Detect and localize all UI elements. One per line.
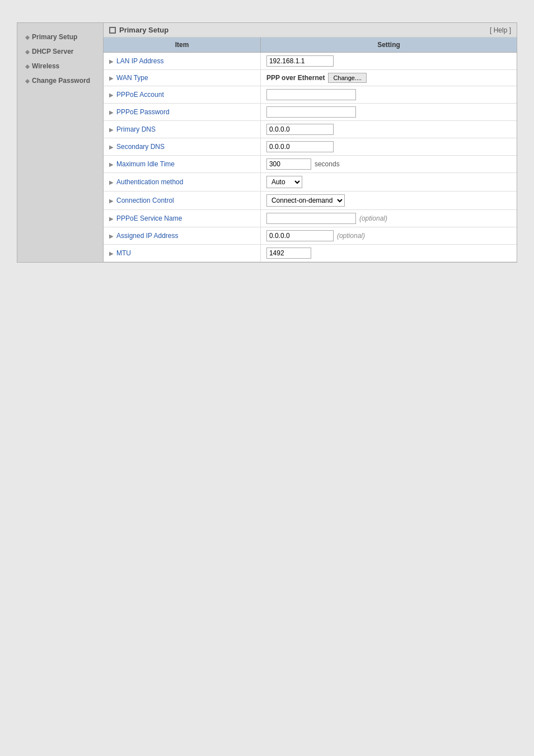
lan-ip-input[interactable] [266,55,334,67]
bullet-icon: ◆ [25,63,30,69]
pppoe-account-label[interactable]: ▶ PPPoE Account [109,91,255,99]
max-idle-time-label[interactable]: ▶ Maximum Idle Time [109,160,255,168]
arrow-icon: ▶ [109,127,114,133]
label-text: Assigned IP Address [116,232,179,240]
mtu-value [266,248,511,259]
arrow-icon: ▶ [109,109,114,115]
table-row: ▶ MTU [104,245,517,262]
row-label-cell: ▶ WAN Type [104,70,260,86]
sidebar-label: Wireless [32,62,59,70]
sidebar-item-primary-setup[interactable]: ◆ Primary Setup [17,30,103,44]
sidebar-item-dhcp-server[interactable]: ◆ DHCP Server [17,44,103,59]
label-text: Primary DNS [116,125,156,133]
primary-dns-input[interactable] [266,124,334,135]
row-label-cell: ▶ Assigned IP Address [104,227,260,245]
lan-ip-label[interactable]: ▶ LAN IP Address [109,57,255,65]
auth-method-value: Auto PAP CHAP [266,176,511,188]
panel-help[interactable]: [ Help ] [490,26,511,34]
arrow-icon: ▶ [109,92,114,98]
arrow-icon: ▶ [109,179,114,185]
table-row: ▶ Secondary DNS [104,138,517,156]
sidebar-label: DHCP Server [32,48,73,55]
label-text: Secondary DNS [116,143,165,151]
pppoe-password-value [266,106,511,118]
auth-method-select[interactable]: Auto PAP CHAP [266,176,302,188]
sidebar: ◆ Primary Setup ◆ DHCP Server ◆ Wireless… [17,22,104,263]
pppoe-account-value [266,89,511,100]
pppoe-password-input[interactable] [266,106,356,118]
pppoe-service-name-label[interactable]: ▶ PPPoE Service Name [109,214,255,222]
settings-table: Item Setting ▶ LAN IP Address [104,38,517,262]
pppoe-account-input[interactable] [266,89,356,100]
mtu-input[interactable] [266,248,311,259]
table-row: ▶ Authentication method Auto PAP CHAP [104,173,517,192]
arrow-icon: ▶ [109,198,114,204]
sidebar-item-change-password[interactable]: ◆ Change Password [17,73,103,88]
auth-method-label[interactable]: ▶ Authentication method [109,178,255,186]
arrow-icon: ▶ [109,161,114,167]
max-idle-time-input[interactable] [266,158,311,170]
pppoe-service-name-input[interactable] [266,213,356,224]
primary-dns-label[interactable]: ▶ Primary DNS [109,125,255,133]
bullet-icon: ◆ [25,49,30,55]
connection-control-label[interactable]: ▶ Connection Control [109,197,255,204]
assigned-ip-label[interactable]: ▶ Assigned IP Address [109,232,255,240]
row-value-cell [260,53,517,70]
label-text: PPPoE Password [116,108,170,116]
row-label-cell: ▶ PPPoE Password [104,104,260,121]
optional-label: (optional) [337,232,365,240]
wan-type-text: PPP over Ethernet [266,74,325,82]
table-row: ▶ PPPoE Password [104,104,517,121]
row-value-cell: Auto PAP CHAP [260,173,517,192]
label-text: Connection Control [116,197,174,204]
sidebar-label: Primary Setup [32,33,77,41]
sidebar-label: Change Password [32,77,90,85]
row-value-cell [260,245,517,262]
arrow-icon: ▶ [109,75,114,81]
row-label-cell: ▶ LAN IP Address [104,53,260,70]
connection-control-select[interactable]: Connect-on-demand Always on Manually [266,194,345,207]
row-label-cell: ▶ Secondary DNS [104,138,260,156]
col-item-header: Item [104,38,260,53]
connection-control-value: Connect-on-demand Always on Manually [266,194,511,207]
assigned-ip-input[interactable] [266,230,334,241]
col-setting-header: Setting [260,38,517,53]
pppoe-password-label[interactable]: ▶ PPPoE Password [109,108,255,116]
wan-type-change-button[interactable]: Change.... [328,73,367,83]
mtu-label[interactable]: ▶ MTU [109,249,255,257]
arrow-icon: ▶ [109,216,114,222]
table-row: ▶ PPPoE Service Name (optional) [104,210,517,227]
arrow-icon: ▶ [109,250,114,256]
label-text: WAN Type [116,74,148,82]
row-value-cell: seconds [260,156,517,173]
secondary-dns-label[interactable]: ▶ Secondary DNS [109,143,255,151]
row-label-cell: ▶ Connection Control [104,192,260,210]
secondary-dns-value [266,141,511,152]
row-value-cell: (optional) [260,210,517,227]
wan-type-label[interactable]: ▶ WAN Type [109,74,255,82]
label-text: LAN IP Address [116,57,164,65]
row-value-cell [260,121,517,138]
table-row: ▶ LAN IP Address [104,53,517,70]
seconds-label: seconds [315,160,340,168]
primary-dns-value [266,124,511,135]
sidebar-item-wireless[interactable]: ◆ Wireless [17,59,103,73]
row-label-cell: ▶ Primary DNS [104,121,260,138]
arrow-icon: ▶ [109,58,114,64]
max-idle-time-value: seconds [266,158,511,170]
row-value-cell [260,86,517,104]
bullet-icon: ◆ [25,78,30,84]
assigned-ip-value: (optional) [266,230,511,241]
row-label-cell: ▶ MTU [104,245,260,262]
arrow-icon: ▶ [109,233,114,239]
label-text: PPPoE Account [116,91,164,99]
table-row: ▶ WAN Type PPP over Ethernet Change.... [104,70,517,86]
table-row: ▶ Maximum Idle Time seconds [104,156,517,173]
optional-label: (optional) [359,214,387,222]
arrow-icon: ▶ [109,144,114,150]
row-label-cell: ▶ Maximum Idle Time [104,156,260,173]
label-text: MTU [116,249,131,257]
row-value-cell [260,104,517,121]
row-value-cell [260,138,517,156]
secondary-dns-input[interactable] [266,141,334,152]
